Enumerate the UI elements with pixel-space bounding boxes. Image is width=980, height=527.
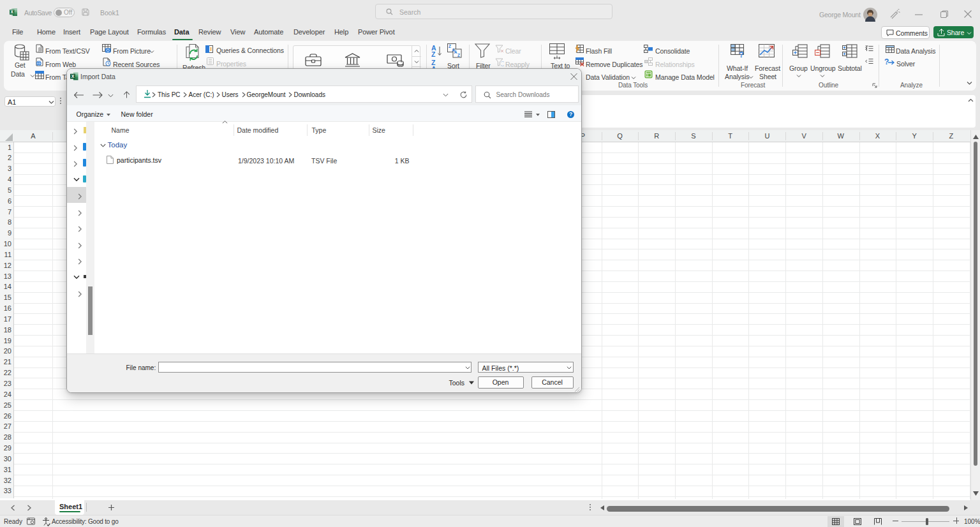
svg-text:?: ? [739,50,744,58]
svg-text:X: X [71,74,75,78]
svg-text:X: X [11,10,14,14]
svg-text:Z: Z [449,44,451,48]
svg-text:Z: Z [457,53,460,57]
